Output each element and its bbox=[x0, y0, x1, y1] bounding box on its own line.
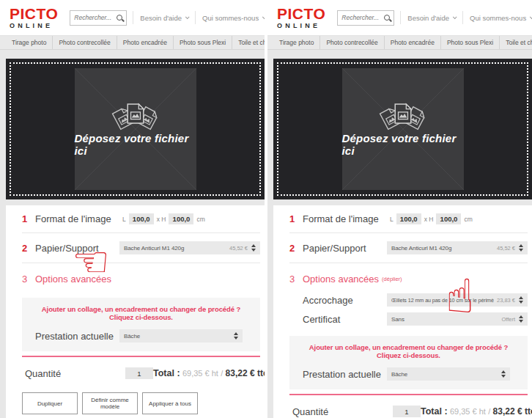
step-number: 1 bbox=[289, 213, 303, 224]
subnav-toile-chassis[interactable]: Toile et châssis bois bbox=[232, 36, 265, 49]
accrochage-row: Accrochage Œillets 12 mm au pas de 10 cm… bbox=[289, 290, 528, 309]
subnav-photo-sous-plexi[interactable]: Photo sous Plexi bbox=[174, 36, 232, 49]
search-icon[interactable] bbox=[384, 15, 390, 21]
quantity-label: Quantité bbox=[22, 368, 125, 379]
nav-item-qui-sommes-nous[interactable]: Qui sommes-nous bbox=[195, 11, 265, 24]
subnav-tirage-photo[interactable]: Tirage photo bbox=[6, 36, 53, 49]
format-row: 1 Format de l'image L x H cm bbox=[22, 205, 260, 233]
prestation-row: Prestation actuelle Bâche bbox=[300, 367, 517, 381]
quantity-input[interactable] bbox=[125, 367, 153, 379]
options-avancees-row[interactable]: 3 Options avancées (déplier) bbox=[289, 263, 528, 290]
width-input[interactable] bbox=[396, 213, 421, 224]
total-text: Total : 69,35 € ht / 83,22 € ttc bbox=[421, 406, 532, 417]
certificat-label: Certificat bbox=[289, 314, 387, 325]
panel-before: PICTO ONLINE Besoin d'aide Qui sommes-no… bbox=[0, 0, 265, 418]
prestation-select[interactable]: Bâche bbox=[387, 367, 510, 381]
options-avancees-row[interactable]: 3 Options avancées bbox=[22, 263, 260, 290]
quantity-input[interactable] bbox=[393, 406, 421, 417]
top-nav: Besoin d'aide Qui sommes-nous Nos tarifs bbox=[400, 9, 532, 26]
product-nav: Tirage photo Photo contrecollée Photo en… bbox=[0, 35, 265, 50]
prestation-row: Prestation actuelle Bâche bbox=[32, 329, 250, 342]
logo-subtext: ONLINE bbox=[10, 23, 58, 29]
dupliquer-button[interactable]: Dupliquer bbox=[22, 392, 78, 414]
subnav-photo-contrecollee[interactable]: Photo contrecollée bbox=[320, 36, 384, 49]
options-avancees-label: Options avancées bbox=[303, 274, 379, 285]
dropzone-dotted-border: Déposez votre fichier ici bbox=[10, 62, 261, 196]
certificat-select[interactable]: Sans Offert bbox=[387, 312, 528, 326]
total-ht: 69,35 € ht bbox=[182, 369, 218, 378]
deplier-state-label: (déplier) bbox=[382, 276, 402, 282]
papier-label: Papier/Support bbox=[35, 243, 119, 254]
subnav-photo-encadree[interactable]: Photo encadrée bbox=[117, 36, 174, 49]
format-label: Format de l'image bbox=[35, 213, 119, 224]
collage-message: Ajouter un collage, un encadrement ou ch… bbox=[32, 305, 250, 321]
accrochage-select[interactable]: Œillets 12 mm au pas de 10 cm sur le pér… bbox=[387, 293, 528, 307]
unit-label: cm bbox=[196, 216, 204, 223]
site-header: PICTO ONLINE Besoin d'aide Qui sommes-no… bbox=[0, 0, 265, 35]
papier-price: 45,52 € bbox=[229, 245, 248, 252]
action-buttons: Dupliquer Définir comme modèle Appliquer… bbox=[22, 392, 260, 414]
dropzone-label: Déposez votre fichier ici bbox=[75, 132, 196, 157]
chevron-down-icon bbox=[185, 15, 190, 19]
step-number: 2 bbox=[22, 243, 35, 254]
prestation-label: Prestation actuelle bbox=[300, 369, 387, 380]
total-ttc: 83,22 € ttc bbox=[226, 368, 265, 378]
step-number: 2 bbox=[289, 243, 303, 254]
unit-label: cm bbox=[464, 216, 472, 223]
subnav-tirage-photo[interactable]: Tirage photo bbox=[273, 36, 320, 49]
file-dropzone[interactable]: Déposez votre fichier ici bbox=[6, 59, 265, 199]
height-input[interactable] bbox=[169, 213, 193, 224]
width-label: L bbox=[390, 216, 394, 223]
format-control: L x H cm bbox=[387, 213, 528, 224]
select-arrows-icon bbox=[501, 370, 506, 378]
height-input[interactable] bbox=[436, 213, 461, 224]
certificat-row: Certificat Sans Offert bbox=[289, 309, 528, 329]
subnav-photo-encadree[interactable]: Photo encadrée bbox=[385, 36, 441, 49]
nav-item-aide[interactable]: Besoin d'aide bbox=[133, 11, 195, 24]
quantity-label: Quantité bbox=[289, 406, 393, 417]
picto-logo[interactable]: PICTO ONLINE bbox=[10, 6, 58, 29]
options-avancees-label: Options avancées bbox=[35, 274, 111, 285]
logo-text: PICTO bbox=[277, 6, 325, 21]
nav-item-qui-sommes-nous[interactable]: Qui sommes-nous bbox=[462, 11, 532, 24]
top-nav: Besoin d'aide Qui sommes-nous Nos tarifs bbox=[133, 9, 265, 26]
dropzone-label: Déposez votre fichier ici bbox=[342, 132, 464, 157]
width-input[interactable] bbox=[129, 213, 154, 224]
total-ttc: 83,22 € ttc bbox=[493, 406, 532, 417]
width-label: L bbox=[122, 216, 126, 223]
page-body: Déposez votre fichier ici 1 Format de l'… bbox=[267, 50, 532, 418]
search-input[interactable] bbox=[341, 14, 384, 21]
format-control: L x H cm bbox=[119, 213, 260, 224]
search-input[interactable] bbox=[74, 14, 117, 21]
subnav-toile-chassis[interactable]: Toile et châssis bois bbox=[500, 36, 532, 49]
prestation-box: Ajouter un collage, un encadrement ou ch… bbox=[289, 336, 528, 389]
logo-text: PICTO bbox=[10, 6, 58, 21]
step-number: 3 bbox=[289, 274, 303, 285]
height-label: x H bbox=[424, 216, 434, 223]
file-dropzone[interactable]: Déposez votre fichier ici bbox=[273, 59, 532, 199]
appliquer-tous-button[interactable]: Appliquer à tous bbox=[142, 392, 198, 414]
prestation-select[interactable]: Bâche bbox=[119, 329, 243, 342]
image-file-icon bbox=[393, 101, 413, 126]
papier-select[interactable]: Bache Anticurl M1 420g 45,52 € bbox=[387, 241, 528, 254]
subnav-photo-contrecollee[interactable]: Photo contrecollée bbox=[53, 36, 117, 49]
accrochage-label: Accrochage bbox=[289, 295, 387, 306]
papier-select[interactable]: Bache Anticurl M1 420g 45,52 € bbox=[119, 241, 260, 254]
subnav-photo-sous-plexi[interactable]: Photo sous Plexi bbox=[441, 36, 500, 49]
picto-logo[interactable]: PICTO ONLINE bbox=[277, 6, 325, 29]
definir-modele-button[interactable]: Définir comme modèle bbox=[82, 392, 138, 414]
product-nav: Tirage photo Photo contrecollée Photo en… bbox=[267, 35, 532, 50]
chevron-down-icon bbox=[262, 15, 265, 19]
quantity-row: Quantité Total : 69,35 € ht / 83,22 € tt… bbox=[289, 395, 528, 418]
search-box[interactable] bbox=[70, 10, 127, 26]
accrochage-price: 23,83 € bbox=[497, 297, 515, 304]
step-number: 1 bbox=[22, 213, 35, 224]
search-box[interactable] bbox=[337, 10, 394, 26]
diagonal-cross-decoration bbox=[75, 68, 196, 190]
dropzone-preview-square: Déposez votre fichier ici bbox=[342, 68, 464, 190]
total-ht: 69,35 € ht bbox=[450, 407, 486, 416]
nav-item-aide[interactable]: Besoin d'aide bbox=[400, 11, 462, 24]
page-body: Déposez votre fichier ici 1 Format de l'… bbox=[0, 50, 265, 418]
search-icon[interactable] bbox=[117, 15, 122, 21]
total-text: Total : 69,35 € ht / 83,22 € ttc bbox=[153, 368, 265, 378]
